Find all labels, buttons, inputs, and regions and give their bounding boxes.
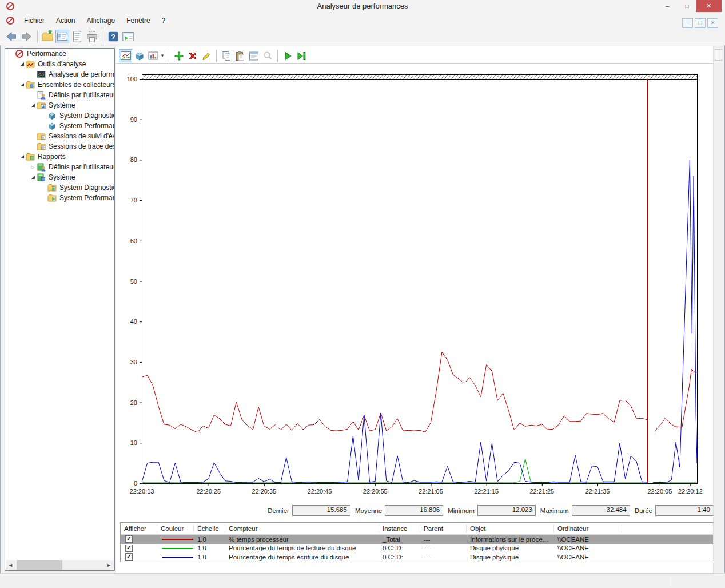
tree-item-label: Performance bbox=[27, 50, 66, 58]
forward-arrow-icon[interactable] bbox=[19, 30, 33, 43]
reports-icon bbox=[26, 152, 35, 161]
expanded-triangle-icon[interactable] bbox=[18, 83, 26, 86]
chart-view-icon[interactable] bbox=[119, 49, 132, 62]
tree-item-outils-d-analyse[interactable]: Outils d'analyse bbox=[5, 59, 114, 69]
column-header-compteur[interactable]: Compteur bbox=[225, 525, 379, 533]
column-header-ordinateur[interactable]: Ordinateur bbox=[554, 525, 622, 533]
counter-color-swatch bbox=[162, 548, 193, 549]
svg-text:22:20:12: 22:20:12 bbox=[678, 488, 703, 495]
svg-text:20: 20 bbox=[130, 399, 137, 406]
tree-item-system-performance[interactable]: System Performance bbox=[5, 121, 114, 131]
tree-item-sessions-de-trace-des-v-nements[interactable]: Sessions de trace des événements bbox=[5, 141, 114, 152]
menu-fichier[interactable]: Fichier bbox=[18, 14, 50, 27]
instance-cell: 0 C: D: bbox=[379, 544, 420, 553]
toolbar-separator bbox=[103, 30, 103, 43]
tree-item-performance[interactable]: Performance bbox=[5, 49, 114, 59]
expanded-triangle-icon[interactable] bbox=[18, 62, 26, 66]
tree-item-syst-me[interactable]: Système bbox=[5, 100, 114, 110]
collector-cube-icon bbox=[47, 121, 57, 130]
tree-item-label: Ensembles de collecteurs de données bbox=[38, 81, 114, 89]
expanded-triangle-icon[interactable] bbox=[18, 155, 26, 158]
tree-item-ensembles-de-collecteurs-de-donn-es[interactable]: Ensembles de collecteurs de données bbox=[5, 80, 114, 90]
copy-properties-icon[interactable] bbox=[220, 49, 233, 62]
column-header-instance[interactable]: Instance bbox=[379, 525, 420, 533]
highlight-pencil-icon[interactable] bbox=[200, 49, 213, 62]
update-data-icon[interactable] bbox=[294, 49, 308, 62]
tree-item-system-performance[interactable]: System Performance bbox=[5, 193, 114, 203]
stat-value-maximum: 32.484 bbox=[572, 505, 630, 516]
counter-row[interactable]: ✓1.0Pourcentage du temps de lecture du d… bbox=[121, 544, 714, 553]
counter-row[interactable]: ✓1.0% temps processeur_Total---Informati… bbox=[121, 535, 714, 544]
tree-item-d-finis-par-l-utilisateur[interactable]: ▷Définis par l'utilisateur bbox=[5, 162, 114, 172]
paste-counter-icon[interactable] bbox=[233, 49, 246, 62]
child-close-button[interactable]: ✕ bbox=[707, 18, 718, 28]
freeze-play-icon[interactable] bbox=[281, 49, 294, 62]
close-button[interactable]: ✕ bbox=[696, 0, 722, 12]
tree-item-label: Sessions de trace des événements bbox=[49, 142, 114, 150]
tree-item-system-diagnostics[interactable]: System Diagnostics bbox=[5, 110, 114, 121]
event-sessions-icon bbox=[37, 132, 46, 141]
log-data-cube-icon[interactable] bbox=[133, 49, 146, 62]
column-header-parent[interactable]: Parent bbox=[420, 525, 467, 533]
child-minimize-button[interactable]: – bbox=[682, 18, 693, 28]
counter-color-swatch bbox=[162, 557, 193, 558]
export-folder-icon[interactable] bbox=[41, 30, 54, 43]
minimize-button[interactable]: – bbox=[656, 0, 678, 12]
new-window-icon[interactable] bbox=[121, 30, 135, 43]
menu-fentre[interactable]: Fenêtre bbox=[121, 14, 156, 27]
tree-item-analyseur-de-performances[interactable]: Analyseur de performances bbox=[5, 69, 114, 80]
show-counter-checkbox[interactable]: ✓ bbox=[125, 545, 133, 552]
back-arrow-icon[interactable] bbox=[5, 30, 18, 43]
show-counter-checkbox[interactable]: ✓ bbox=[125, 535, 133, 543]
tree-item-sessions-de-suivi-d-v-nements[interactable]: Sessions de suivi d'événements bbox=[5, 131, 114, 141]
performance-chart: 010203040506070809010022:20:1322:20:2522… bbox=[116, 46, 713, 499]
console-list-icon[interactable] bbox=[70, 30, 84, 43]
graph-type-icon[interactable] bbox=[146, 49, 160, 62]
counter-row[interactable]: ✓1.0Pourcentage du temps écriture du dis… bbox=[121, 553, 714, 562]
delete-counter-icon[interactable] bbox=[186, 49, 199, 62]
menu-items: FichierActionAffichageFenêtre? bbox=[18, 14, 171, 27]
column-header-chelle[interactable]: Échelle bbox=[194, 525, 225, 533]
performance-monitor-window: { "window": { "title": "Analyseur de per… bbox=[0, 0, 725, 588]
scrollbar-thumb[interactable] bbox=[17, 560, 62, 570]
tree-item-d-finis-par-l-utilisateur[interactable]: Définis par l'utilisateur bbox=[5, 90, 114, 100]
print-icon[interactable] bbox=[85, 30, 99, 43]
column-header-couleur[interactable]: Couleur bbox=[157, 525, 194, 533]
expanded-triangle-icon[interactable] bbox=[29, 176, 37, 179]
analysis-tools-icon bbox=[26, 59, 35, 69]
system-sets-icon bbox=[37, 101, 46, 110]
chart-panel: 010203040506070809010022:20:1322:20:2522… bbox=[116, 46, 713, 573]
menu-action[interactable]: Action bbox=[50, 14, 81, 27]
show-console-tree-icon[interactable] bbox=[55, 30, 69, 43]
add-counter-icon[interactable] bbox=[172, 49, 185, 62]
help-icon[interactable]: ? bbox=[106, 30, 120, 43]
properties-icon[interactable] bbox=[247, 49, 260, 62]
tree-horizontal-scrollbar[interactable]: ◄ ► bbox=[6, 560, 114, 570]
menu-?[interactable]: ? bbox=[156, 14, 172, 27]
menu-affichage[interactable]: Affichage bbox=[81, 14, 121, 27]
right-scroll-strip bbox=[713, 46, 722, 573]
menu-bar: FichierActionAffichageFenêtre? –❐✕ bbox=[0, 13, 725, 29]
show-counter-checkbox[interactable]: ✓ bbox=[125, 553, 133, 561]
column-header-afficher[interactable]: Afficher bbox=[121, 525, 157, 533]
collapsed-triangle-icon[interactable]: ▷ bbox=[29, 165, 37, 170]
graph-type-dropdown-icon[interactable]: ▼ bbox=[160, 53, 166, 58]
scroll-right-arrow-icon[interactable]: ► bbox=[104, 560, 114, 570]
child-restore-button[interactable]: ❐ bbox=[695, 18, 706, 28]
maximize-button[interactable]: □ bbox=[678, 0, 696, 12]
tree-item-rapports[interactable]: Rapports bbox=[5, 152, 114, 162]
toolbar-separator bbox=[277, 50, 278, 62]
tree-item-label: Système bbox=[49, 173, 75, 181]
user-defined-icon bbox=[37, 90, 46, 100]
scroll-left-arrow-icon[interactable]: ◄ bbox=[6, 560, 15, 570]
expanded-triangle-icon[interactable] bbox=[29, 104, 37, 107]
counter-table: AfficherCouleurÉchelleCompteurInstancePa… bbox=[120, 522, 715, 562]
counter-color-swatch bbox=[162, 539, 193, 540]
column-header-objet[interactable]: Objet bbox=[467, 525, 554, 533]
tree-item-system-diagnostics[interactable]: System Diagnostics bbox=[5, 182, 114, 193]
scale-cell: 1.0 bbox=[194, 553, 225, 562]
svg-text:50: 50 bbox=[130, 278, 137, 285]
scale-cell: 1.0 bbox=[194, 535, 225, 544]
tree-item-syst-me[interactable]: Système bbox=[5, 172, 114, 182]
perfmon-logo-icon bbox=[6, 16, 15, 25]
